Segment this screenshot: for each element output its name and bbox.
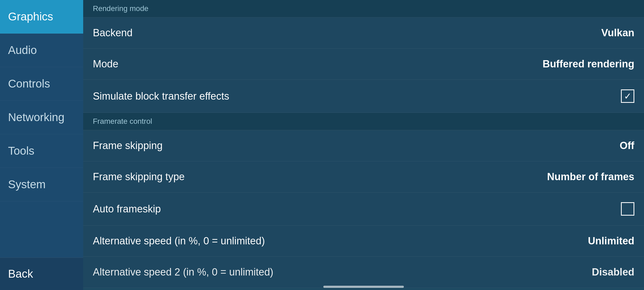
section-header-framerate-label: Framerate control	[93, 117, 152, 125]
section-header-label: Rendering mode	[93, 4, 148, 13]
sidebar-item-audio[interactable]: Audio	[0, 34, 83, 67]
sidebar-item-label: Graphics	[8, 10, 53, 23]
checkbox-auto-frameskip[interactable]	[621, 202, 634, 216]
sidebar: Graphics Audio Controls Networking Tools…	[0, 0, 83, 290]
section-header-framerate-control: Framerate control	[83, 113, 644, 130]
sidebar-item-graphics[interactable]: Graphics	[0, 0, 83, 34]
setting-label-frame-skipping-type: Frame skipping type	[93, 171, 185, 183]
setting-value-backend: Vulkan	[601, 27, 634, 39]
setting-value-alt-speed: Unlimited	[588, 235, 634, 247]
back-label: Back	[8, 267, 33, 280]
setting-label-auto-frameskip: Auto frameskip	[93, 203, 161, 215]
sidebar-item-label: Audio	[8, 44, 37, 56]
sidebar-item-label: Networking	[8, 111, 64, 124]
back-button[interactable]: Back	[0, 258, 83, 290]
setting-row-auto-frameskip[interactable]: Auto frameskip	[83, 193, 644, 226]
setting-value-frame-skipping: Off	[620, 140, 634, 151]
setting-label-alt-speed: Alternative speed (in %, 0 = unlimited)	[93, 235, 265, 247]
section-header-rendering-mode: Rendering mode	[83, 0, 644, 17]
setting-label-frame-skipping: Frame skipping	[93, 140, 163, 151]
setting-row-frame-skipping[interactable]: Frame skipping Off	[83, 130, 644, 161]
sidebar-item-label: Tools	[8, 144, 34, 157]
scrollbar[interactable]	[323, 286, 404, 288]
setting-label-mode: Mode	[93, 58, 118, 70]
setting-row-alt-speed-2[interactable]: Alternative speed 2 (in %, 0 = unlimited…	[83, 257, 644, 288]
settings-list: Rendering mode Backend Vulkan Mode Buffe…	[83, 0, 644, 288]
sidebar-item-label: Controls	[8, 77, 50, 90]
main-layout: Graphics Audio Controls Networking Tools…	[0, 0, 644, 290]
setting-value-alt-speed-2: Disabled	[592, 266, 634, 278]
sidebar-item-label: System	[8, 178, 46, 191]
setting-value-frame-skipping-type: Number of frames	[547, 171, 634, 183]
checkbox-simulate-block[interactable]	[621, 89, 634, 103]
sidebar-item-controls[interactable]: Controls	[0, 67, 83, 101]
scrollbar-thumb[interactable]	[323, 286, 404, 288]
sidebar-item-networking[interactable]: Networking	[0, 101, 83, 134]
setting-row-backend[interactable]: Backend Vulkan	[83, 17, 644, 49]
setting-label-alt-speed-2: Alternative speed 2 (in %, 0 = unlimited…	[93, 266, 273, 278]
sidebar-item-tools[interactable]: Tools	[0, 134, 83, 168]
sidebar-item-system[interactable]: System	[0, 168, 83, 201]
setting-row-mode[interactable]: Mode Buffered rendering	[83, 49, 644, 80]
setting-row-simulate-block[interactable]: Simulate block transfer effects	[83, 80, 644, 113]
setting-label-backend: Backend	[93, 27, 133, 39]
setting-label-simulate-block: Simulate block transfer effects	[93, 90, 229, 102]
content-area: Rendering mode Backend Vulkan Mode Buffe…	[83, 0, 644, 290]
sidebar-spacer	[0, 201, 83, 258]
setting-row-frame-skipping-type[interactable]: Frame skipping type Number of frames	[83, 161, 644, 193]
setting-row-alt-speed[interactable]: Alternative speed (in %, 0 = unlimited) …	[83, 226, 644, 257]
setting-value-mode: Buffered rendering	[543, 58, 634, 70]
